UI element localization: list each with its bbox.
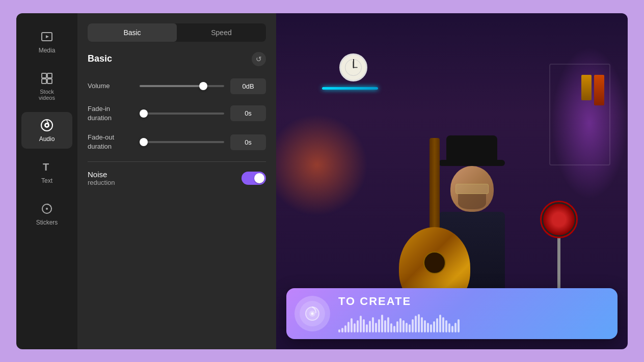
wall-clock: [339, 53, 367, 81]
sidebar-item-label-audio: Audio: [39, 135, 55, 143]
wave-bar: [396, 321, 398, 332]
svg-rect-4: [42, 79, 46, 83]
tab-basic[interactable]: Basic: [88, 23, 177, 42]
stock-videos-icon: [40, 71, 54, 86]
reset-button[interactable]: ↺: [252, 52, 266, 66]
media-icon: [40, 30, 54, 44]
guitar-area: [399, 138, 470, 309]
wave-bar: [347, 322, 350, 332]
audio-card-icon-inner: [300, 301, 325, 326]
wave-bar: [341, 328, 343, 332]
mic-ring: [540, 201, 578, 238]
noise-subtitle: reduction: [88, 179, 115, 186]
tab-bar: Basic Speed: [88, 23, 266, 42]
fade-out-label: Fade-out duration: [88, 133, 133, 151]
svg-point-12: [345, 59, 362, 75]
divider: [88, 161, 266, 162]
svg-rect-5: [47, 79, 52, 83]
text-icon: T: [40, 160, 54, 174]
volume-control: Volume: [88, 78, 266, 94]
fade-in-control: Fade-in duration: [88, 104, 266, 123]
wave-bar: [381, 315, 383, 332]
wave-bar: [393, 326, 395, 332]
wave-bar: [448, 323, 450, 332]
wave-bar: [451, 326, 453, 332]
volume-slider[interactable]: [140, 85, 224, 87]
sidebar-item-label-media: Media: [39, 47, 56, 54]
waveform: [338, 312, 609, 332]
sidebar-item-label-stickers: Stickers: [36, 219, 58, 226]
fade-in-slider[interactable]: [140, 113, 224, 115]
guitar-neck: [430, 138, 440, 230]
wave-bar: [351, 318, 353, 332]
wave-bar: [415, 316, 417, 332]
fade-in-input[interactable]: [230, 105, 266, 121]
noise-title-group: Noise reduction: [88, 170, 115, 186]
section-title: Basic: [88, 53, 112, 64]
bookshelf: [549, 64, 610, 165]
shelf-item-1: [594, 75, 604, 105]
wave-bar: [418, 314, 420, 332]
wave-bar: [378, 319, 380, 332]
sidebar-item-text[interactable]: T Text: [21, 154, 72, 190]
wave-bar: [363, 319, 365, 332]
volume-input[interactable]: [230, 78, 266, 94]
mic-head: [541, 202, 577, 237]
sidebar-item-audio[interactable]: Audio: [21, 112, 72, 149]
wave-bar: [338, 329, 340, 332]
noise-title: Noise: [88, 170, 115, 179]
wave-bar: [436, 318, 438, 332]
wave-bar: [372, 317, 374, 332]
audio-card-content: TO CREATE: [338, 295, 609, 332]
audio-disc-icon: [304, 305, 320, 322]
wave-bar: [366, 324, 368, 332]
fade-out-input[interactable]: [230, 134, 266, 150]
sidebar-item-media[interactable]: Media: [21, 23, 72, 60]
sidebar-item-label-stock: Stock videos: [39, 89, 55, 101]
sidebar-item-label-text: Text: [41, 177, 52, 184]
stickers-icon: [40, 202, 54, 216]
sidebar-item-stickers[interactable]: Stickers: [21, 196, 72, 232]
wave-bar: [369, 321, 371, 332]
wave-bar: [458, 319, 460, 332]
svg-point-11: [46, 208, 48, 210]
wave-bar: [445, 320, 447, 332]
sidebar-item-stock-videos[interactable]: Stock videos: [21, 65, 72, 107]
wave-bar: [454, 323, 457, 332]
panel-content: Basic ↺ Volume Fade-in duration: [77, 42, 276, 349]
fade-out-slider[interactable]: [140, 141, 224, 143]
svg-point-8: [46, 124, 48, 126]
sidebar: Media Stock videos: [16, 13, 77, 349]
wave-bar: [390, 323, 392, 332]
wave-bar: [424, 320, 426, 332]
volume-label: Volume: [88, 81, 133, 91]
wave-bar: [354, 323, 356, 332]
svg-rect-2: [42, 73, 46, 78]
wave-bar: [344, 325, 346, 332]
tab-speed[interactable]: Speed: [177, 23, 266, 42]
audio-panel: Basic Speed Basic ↺ Volume Fade-in durat…: [77, 13, 276, 349]
wave-bar: [433, 321, 435, 332]
app-container: Media Stock videos: [16, 13, 628, 349]
wave-bar: [384, 320, 386, 332]
wave-bar: [357, 320, 359, 332]
section-header: Basic ↺: [88, 52, 266, 66]
shelf-item-2: [581, 75, 592, 100]
audio-icon: [40, 118, 54, 132]
wave-bar: [403, 320, 405, 332]
fade-out-control: Fade-out duration: [88, 133, 266, 151]
neon-led-strip: [322, 87, 378, 90]
svg-text:T: T: [43, 161, 49, 173]
microphone-area: [541, 202, 577, 298]
audio-card: TO CREATE: [286, 288, 618, 339]
wave-bar: [406, 323, 408, 332]
wave-bar: [387, 317, 389, 332]
wave-bar: [430, 324, 432, 332]
noise-section: Noise reduction: [88, 170, 266, 186]
wave-bar: [412, 319, 414, 332]
noise-toggle[interactable]: [242, 172, 266, 185]
svg-point-17: [311, 312, 314, 315]
svg-marker-1: [46, 35, 49, 38]
wave-bar: [427, 323, 429, 332]
wave-bar: [409, 324, 411, 332]
